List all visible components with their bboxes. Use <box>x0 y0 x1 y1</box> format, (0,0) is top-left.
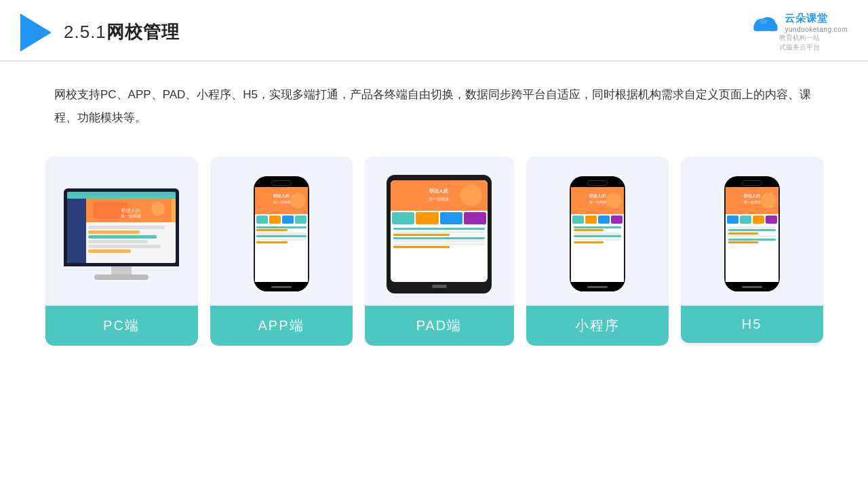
description-text: 网校支持PC、APP、PAD、小程序、H5，实现多端打通，产品各终端自由切换，数… <box>0 62 868 136</box>
card-pc: 职达人的 第一堂网课 <box>45 157 198 346</box>
card-pc-label: PC端 <box>45 306 198 346</box>
brand-tagline: 教育机构一站式服务云平台 <box>779 33 820 52</box>
brand-logo: 云朵课堂 yunduoketang.com 教育机构一站式服务云平台 <box>751 12 848 52</box>
description-paragraph: 网校支持PC、APP、PAD、小程序、H5，实现多端打通，产品各终端自由切换，数… <box>54 83 814 129</box>
header-left: 2.5.1网校管理 <box>20 14 180 52</box>
svg-text:职达人的: 职达人的 <box>429 188 448 194</box>
logo-triangle-icon <box>20 14 52 52</box>
card-h5-label: H5 <box>681 306 823 343</box>
svg-point-22 <box>606 192 621 208</box>
card-miniprogram: 职达人的 第一堂网课 <box>526 157 669 346</box>
title-number: 2.5.1 <box>64 22 106 42</box>
card-h5: 职达人的 第一堂网课 <box>681 157 823 346</box>
pc-screen: 职达人的 第一堂网课 <box>64 188 179 266</box>
svg-point-14 <box>290 192 305 208</box>
card-app-label: APP端 <box>210 306 353 346</box>
svg-text:第一堂网课: 第一堂网课 <box>743 200 760 204</box>
card-pad-label: PAD端 <box>365 306 514 346</box>
card-h5-image: 职达人的 第一堂网课 <box>681 157 823 306</box>
svg-text:第一堂网课: 第一堂网课 <box>273 200 290 204</box>
card-miniprogram-image: 职达人的 第一堂网课 <box>526 157 669 306</box>
pc-banner-art: 职达人的 第一堂网课 <box>86 199 176 222</box>
svg-text:第一堂网课: 第一堂网课 <box>429 197 449 201</box>
h5-phone-mockup: 职达人的 第一堂网课 <box>724 176 780 291</box>
pad-tablet-mockup: 职达人的 第一堂网课 <box>387 175 492 293</box>
card-pad: 职达人的 第一堂网课 <box>365 157 514 346</box>
card-pc-image: 职达人的 第一堂网课 <box>45 157 198 306</box>
page-title: 2.5.1网校管理 <box>64 20 180 44</box>
platform-cards: 职达人的 第一堂网课 <box>0 136 868 366</box>
svg-text:职达人的: 职达人的 <box>589 193 606 198</box>
app-phone-mockup: 职达人的 第一堂网课 <box>254 176 309 291</box>
svg-rect-4 <box>754 26 778 31</box>
svg-point-10 <box>151 202 165 216</box>
brand-name-text: 云朵课堂 yunduoketang.com <box>785 12 848 33</box>
cloud-svg-icon <box>751 13 781 33</box>
h5-banner-art: 职达人的 第一堂网课 <box>726 187 778 214</box>
svg-point-5 <box>760 19 768 24</box>
mini-banner-art: 职达人的 第一堂网课 <box>571 187 624 214</box>
header: 2.5.1网校管理 云朵课堂 yunduoketang.com 教育机构一站式服… <box>0 0 868 62</box>
svg-text:职达人的: 职达人的 <box>743 193 760 198</box>
card-pad-image: 职达人的 第一堂网课 <box>365 157 514 306</box>
pc-mockup: 职达人的 第一堂网课 <box>64 188 179 280</box>
card-miniprogram-label: 小程序 <box>526 306 669 346</box>
svg-text:第一堂网课: 第一堂网课 <box>589 200 606 204</box>
title-text: 网校管理 <box>106 22 180 42</box>
cloud-brand-icon: 云朵课堂 yunduoketang.com <box>751 12 848 33</box>
card-app-image: 职达人的 第一堂网课 <box>210 157 353 306</box>
svg-text:第一堂网课: 第一堂网课 <box>121 214 141 218</box>
miniprogram-phone-mockup: 职达人的 第一堂网课 <box>570 176 625 291</box>
svg-point-26 <box>760 192 776 208</box>
svg-point-18 <box>460 184 482 206</box>
svg-text:职达人的: 职达人的 <box>121 208 140 214</box>
pad-banner-art: 职达人的 第一堂网课 <box>391 180 488 211</box>
svg-text:职达人的: 职达人的 <box>273 193 290 198</box>
card-app: 职达人的 第一堂网课 <box>210 157 353 346</box>
app-banner-art: 职达人的 第一堂网课 <box>255 187 308 214</box>
